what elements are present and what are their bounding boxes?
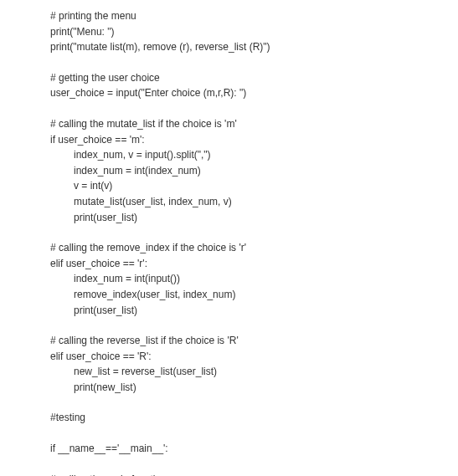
blank-line xyxy=(50,426,458,441)
code-line: index_num = int(index_num) xyxy=(50,163,458,179)
code-line: # calling the remove_index if the choice… xyxy=(50,240,458,256)
code-line: if __name__=='__main__': xyxy=(50,441,458,457)
blank-line xyxy=(50,457,458,472)
code-line: # calling the reverse_list if the choice… xyxy=(50,333,458,349)
code-line: # calling the main function xyxy=(50,472,458,476)
code-line: print("mutate list(m), remove (r), rever… xyxy=(50,39,458,55)
code-line: # printing the menu xyxy=(50,8,458,24)
blank-line xyxy=(50,318,458,333)
code-line: remove_index(user_list, index_num) xyxy=(50,287,458,303)
code-line: # getting the user choice xyxy=(50,70,458,86)
code-line: new_list = reverse_list(user_list) xyxy=(50,364,458,380)
blank-line xyxy=(50,395,458,410)
code-line: print(user_list) xyxy=(50,210,458,226)
code-line: #testing xyxy=(50,410,458,426)
blank-line xyxy=(50,101,458,116)
code-line: elif user_choice == 'r': xyxy=(50,256,458,272)
code-line: print("Menu: ") xyxy=(50,24,458,40)
code-line: v = int(v) xyxy=(50,178,458,194)
code-block: # printing the menuprint("Menu: ")print(… xyxy=(0,0,458,476)
blank-line xyxy=(50,55,458,70)
blank-line xyxy=(50,225,458,240)
code-line: user_choice = input("Enter choice (m,r,R… xyxy=(50,85,458,101)
code-line: elif user_choice == 'R': xyxy=(50,349,458,365)
code-line: mutate_list(user_list, index_num, v) xyxy=(50,194,458,210)
code-line: print(user_list) xyxy=(50,303,458,319)
code-line: index_num = int(input()) xyxy=(50,271,458,287)
code-line: index_num, v = input().split(",") xyxy=(50,147,458,163)
code-line: # calling the mutate_list if the choice … xyxy=(50,116,458,132)
code-line: print(new_list) xyxy=(50,380,458,396)
code-line: if user_choice == 'm': xyxy=(50,132,458,148)
